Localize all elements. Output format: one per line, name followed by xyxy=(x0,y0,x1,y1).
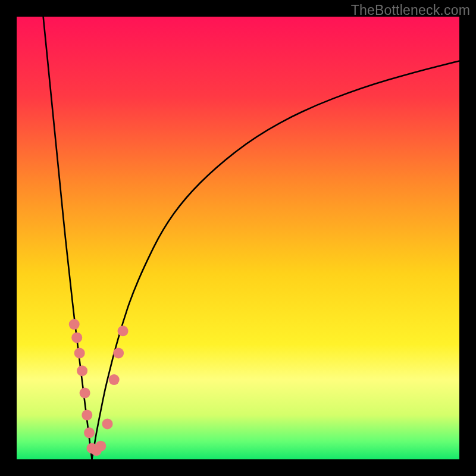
data-marker xyxy=(80,387,90,398)
data-marker xyxy=(71,332,82,343)
data-marker xyxy=(84,427,95,438)
watermark-label: TheBottleneck.com xyxy=(351,2,470,18)
bottleneck-curve-chart xyxy=(17,17,459,459)
data-marker xyxy=(74,347,85,358)
chart-frame: TheBottleneck.com xyxy=(0,0,476,476)
data-marker xyxy=(102,418,113,429)
data-marker xyxy=(77,365,87,376)
data-marker xyxy=(95,441,106,452)
data-marker xyxy=(69,319,80,330)
data-marker xyxy=(82,410,92,421)
data-marker xyxy=(109,374,120,385)
plot-area xyxy=(17,17,459,459)
data-marker xyxy=(113,347,124,358)
data-marker xyxy=(118,325,129,336)
